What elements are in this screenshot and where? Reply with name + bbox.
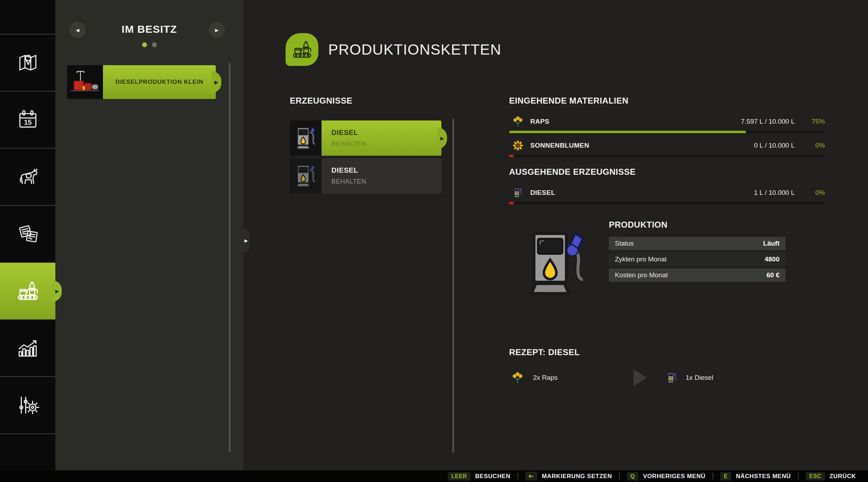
sidebar-item-map[interactable] xyxy=(0,34,55,91)
product-name: DIESEL xyxy=(331,129,441,137)
canola-icon xyxy=(512,372,523,384)
action-label: NÄCHSTES MENÜ xyxy=(736,473,791,480)
production-section-title: PRODUKTION xyxy=(609,220,786,230)
action-set-marker[interactable]: ⇤ MARKIERUNG SETZEN xyxy=(525,472,619,481)
rail-spacer xyxy=(0,0,55,34)
input-row-raps: RAPS 7.597 L / 10.000 L 75% xyxy=(509,114,825,129)
production-icon xyxy=(16,279,39,303)
owned-item-thumbnail xyxy=(67,65,103,99)
page-dot-inactive xyxy=(152,42,157,47)
action-next-menu[interactable]: E NÄCHSTES MENÜ xyxy=(720,472,798,481)
input-progress-bar xyxy=(509,155,825,157)
owned-panel-scrollbar[interactable] xyxy=(229,63,231,452)
owned-item-dieselproduktion[interactable]: DIESELPRODUKTION KLEIN ▶ xyxy=(67,65,216,99)
key-tab-icon: ⇤ xyxy=(525,472,537,481)
page-dot-active xyxy=(142,42,147,47)
recipe-output-qty: 1x Diesel xyxy=(686,374,713,382)
contracts-icon xyxy=(16,222,39,246)
outputs-section-title: AUSGEHENDE ERZEUGNISSE xyxy=(509,167,825,177)
action-label: VORHERIGES MENÜ xyxy=(643,473,705,480)
production-chains-screen: 15 xyxy=(0,0,868,482)
diesel-pump-icon xyxy=(290,158,322,193)
calendar-icon: 15 xyxy=(16,108,39,131)
separator xyxy=(518,473,518,480)
production-block: PRODUKTION Status Läuft Zyklen pro Monat… xyxy=(509,220,825,297)
page-dots xyxy=(55,42,243,47)
input-percent: 75% xyxy=(795,118,825,125)
arrow-right-icon: ▶ xyxy=(244,238,247,243)
recipe-section-title: REZEPT: DIESEL xyxy=(509,347,825,357)
owned-panel: ◀ IM BESITZ ▶ DIESELPRODUKT xyxy=(55,0,243,482)
products-list-scrollbar[interactable] xyxy=(452,119,454,453)
recipe-input-qty: 2x Raps xyxy=(533,374,558,382)
product-mode: BEHALTEN xyxy=(331,178,441,185)
canola-icon xyxy=(512,116,524,127)
sunflower-icon xyxy=(512,141,524,150)
production-chains-icon xyxy=(286,33,318,66)
output-amount: 1 L / 10.000 L xyxy=(754,189,795,197)
map-icon xyxy=(16,51,39,74)
sidebar-item-contracts[interactable] xyxy=(0,205,55,262)
key-esc: ESC xyxy=(806,472,825,481)
diesel-pump-illustration xyxy=(529,228,585,297)
arrow-right-icon: ▶ xyxy=(215,27,219,33)
action-label: MARKIERUNG SETZEN xyxy=(542,473,612,480)
row-value: 60 € xyxy=(766,271,780,279)
sidebar-item-calendar[interactable]: 15 xyxy=(0,91,55,148)
input-progress-fill xyxy=(509,155,514,157)
selected-item-arrow-icon: ▶ xyxy=(437,127,447,149)
settings-icon xyxy=(16,394,39,417)
main-content: PRODUKTIONSKETTEN ERZEUGNISSE xyxy=(243,0,868,482)
recipe-section: REZEPT: DIESEL 2x Raps xyxy=(509,347,825,386)
row-value: 4800 xyxy=(765,255,780,263)
main-header: PRODUKTIONSKETTEN xyxy=(286,33,501,66)
recipe-arrow-icon xyxy=(634,369,647,386)
key-q: Q xyxy=(627,472,638,481)
products-section-title: ERZEUGNISSE xyxy=(290,96,441,106)
diesel-pump-icon xyxy=(290,121,322,156)
owned-item-label: DIESELPRODUKTION KLEIN xyxy=(115,79,203,86)
sidebar-item-animals[interactable] xyxy=(0,148,55,205)
selected-item-arrow-icon: ▶ xyxy=(212,71,221,93)
action-visit[interactable]: LEER BESUCHEN xyxy=(448,472,518,481)
key-space: LEER xyxy=(448,472,471,481)
owned-item-label-area: DIESELPRODUKTION KLEIN ▶ xyxy=(103,65,216,99)
product-item-diesel-selected[interactable]: DIESEL BEHALTEN ▶ xyxy=(290,121,441,156)
output-row-diesel: DIESEL 1 L / 10.000 L 0% xyxy=(509,185,825,200)
product-name: DIESEL xyxy=(331,166,441,174)
input-row-sonnenblumen: SONNENBLUMEN 0 L / 10.000 L 0% xyxy=(509,138,825,153)
sidebar-item-statistics[interactable] xyxy=(0,319,55,376)
input-progress-bar xyxy=(509,131,825,133)
input-amount: 0 L / 10.000 L xyxy=(754,142,795,149)
product-label-area: DIESEL BEHALTEN xyxy=(322,158,441,193)
action-previous-menu[interactable]: Q VORHERIGES MENÜ xyxy=(627,472,713,481)
row-label: Status xyxy=(615,240,634,247)
input-name: SONNENBLUMEN xyxy=(530,142,754,149)
separator xyxy=(713,473,713,480)
products-section: ERZEUGNISSE DIESEL BEHALTEN xyxy=(290,96,441,196)
separator xyxy=(619,473,620,480)
production-table: PRODUKTION Status Läuft Zyklen pro Monat… xyxy=(609,220,786,284)
product-mode: BEHALTEN xyxy=(331,140,441,148)
panel-collapse-handle[interactable]: ▶ xyxy=(243,228,249,253)
production-row-status: Status Läuft xyxy=(609,237,786,250)
page-next-button[interactable]: ▶ xyxy=(209,22,225,38)
action-label: ZURÜCK xyxy=(830,473,856,480)
sidebar-item-settings[interactable] xyxy=(0,376,55,433)
inputs-section-title: EINGEHENDE MATERIALIEN xyxy=(509,96,825,106)
bottom-action-bar: LEER BESUCHEN ⇤ MARKIERUNG SETZEN Q VORH… xyxy=(0,470,868,482)
output-progress-bar xyxy=(509,202,825,204)
key-e: E xyxy=(720,472,731,481)
output-name: DIESEL xyxy=(530,189,754,197)
row-value: Läuft xyxy=(763,240,780,247)
product-item-diesel[interactable]: DIESEL BEHALTEN xyxy=(290,158,441,193)
input-progress-fill xyxy=(509,131,746,133)
row-label: Kosten pro Monat xyxy=(615,271,668,279)
sidebar-item-production-chains[interactable]: ▶ xyxy=(0,262,55,319)
action-back[interactable]: ESC ZURÜCK xyxy=(806,472,863,481)
action-label: BESUCHEN xyxy=(475,473,511,480)
details-column: EINGEHENDE MATERIALIEN RAPS 7.597 L / 10… xyxy=(509,96,825,386)
production-row-cycles: Zyklen pro Monat 4800 xyxy=(609,253,786,266)
production-row-costs: Kosten pro Monat 60 € xyxy=(609,268,786,282)
row-label: Zyklen pro Monat xyxy=(615,255,667,263)
